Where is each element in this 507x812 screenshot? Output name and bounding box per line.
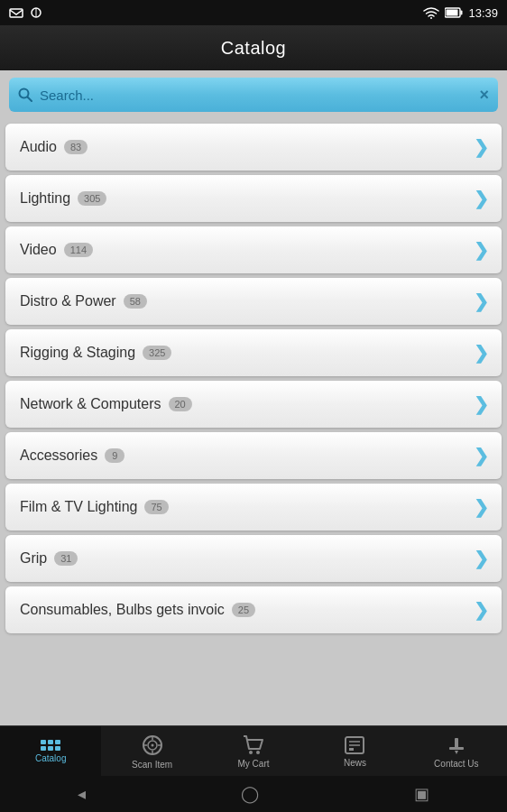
catalog-item-badge-8: 75 (144, 500, 168, 514)
search-container: Search... × (0, 70, 507, 119)
search-left: Search... (18, 88, 94, 103)
status-icons-right: 13:39 (423, 6, 498, 20)
svg-point-11 (151, 743, 153, 746)
svg-rect-0 (10, 9, 23, 17)
chevron-right-icon-8: ❯ (474, 496, 489, 518)
search-bar[interactable]: Search... × (9, 78, 498, 112)
catalog-item-left-6: Network & Computers 20 (20, 396, 192, 412)
nav-label-cart: My Cart (238, 759, 270, 769)
catalog-nav-icon (41, 740, 60, 751)
catalog-item-9[interactable]: Grip 31 ❯ (5, 535, 502, 582)
catalog-item-left-3: Video 114 (20, 242, 93, 258)
svg-rect-21 (349, 748, 354, 751)
catalog-item-6[interactable]: Network & Computers 20 ❯ (5, 381, 502, 428)
chevron-right-icon-7: ❯ (474, 445, 489, 466)
catalog-item-left-7: Accessories 9 (20, 448, 124, 464)
chevron-right-icon-6: ❯ (474, 393, 489, 415)
catalog-item-name-2: Lighting (20, 190, 70, 207)
catalog-item-name-5: Rigging & Staging (20, 345, 135, 361)
catalog-item-left-1: Audio 83 (20, 139, 88, 155)
app-header: Catalog (0, 25, 507, 70)
search-icon (18, 88, 32, 102)
svg-point-3 (430, 17, 432, 19)
catalog-item-badge-9: 31 (54, 551, 78, 566)
svg-point-17 (256, 751, 260, 754)
catalog-item-badge-1: 83 (64, 140, 88, 154)
app-icon (29, 7, 43, 18)
catalog-item-7[interactable]: Accessories 9 ❯ (5, 432, 502, 479)
catalog-item-name-9: Grip (20, 550, 47, 567)
catalog-item-left-8: Film & TV Lighting 75 (20, 499, 169, 515)
nav-item-cart[interactable]: My Cart (203, 725, 304, 776)
catalog-item-left-10: Consumables, Bulbs gets invoic 25 (20, 602, 255, 618)
svg-rect-6 (447, 10, 458, 16)
catalog-item-8[interactable]: Film & TV Lighting 75 ❯ (5, 484, 502, 531)
recents-button[interactable]: ▣ (414, 784, 429, 804)
chevron-right-icon-1: ❯ (474, 136, 489, 158)
status-bar: 13:39 (0, 0, 507, 25)
catalog-item-name-10: Consumables, Bulbs gets invoic (20, 602, 225, 618)
catalog-item-name-3: Video (20, 242, 57, 258)
catalog-item-2[interactable]: Lighting 305 ❯ (5, 175, 502, 222)
chevron-right-icon-4: ❯ (474, 291, 489, 312)
notification-icon (9, 7, 23, 18)
chevron-right-icon-9: ❯ (474, 548, 489, 569)
cart-icon (242, 734, 265, 756)
catalog-item-5[interactable]: Rigging & Staging 325 ❯ (5, 329, 502, 376)
chevron-right-icon-5: ❯ (474, 342, 489, 364)
nav-item-catalog[interactable]: Catalog (0, 725, 101, 776)
nav-item-scan[interactable]: Scan Item (101, 725, 202, 776)
wifi-icon (423, 7, 439, 19)
header-title: Catalog (221, 38, 286, 59)
catalog-item-badge-5: 325 (143, 346, 171, 360)
chevron-right-icon-3: ❯ (474, 239, 489, 261)
catalog-item-4[interactable]: Distro & Power 58 ❯ (5, 278, 502, 325)
svg-line-8 (28, 97, 32, 102)
svg-marker-24 (455, 751, 458, 754)
nav-item-contact[interactable]: Contact Us (406, 725, 507, 776)
svg-rect-23 (455, 738, 458, 749)
catalog-item-left-9: Grip 31 (20, 550, 78, 567)
catalog-item-name-1: Audio (20, 139, 57, 155)
scan-icon (141, 734, 164, 757)
catalog-list: Audio 83 ❯ Lighting 305 ❯ Video 114 ❯ Di… (5, 119, 502, 633)
catalog-item-badge-10: 25 (232, 603, 255, 617)
svg-rect-5 (461, 11, 463, 15)
catalog-item-name-6: Network & Computers (20, 396, 161, 412)
catalog-item-name-4: Distro & Power (20, 293, 116, 309)
back-button[interactable]: ◂ (78, 784, 86, 804)
status-icons-left (9, 7, 43, 18)
catalog-item-1[interactable]: Audio 83 ❯ (5, 124, 502, 171)
battery-icon (445, 7, 463, 18)
catalog-item-badge-3: 114 (64, 243, 93, 257)
nav-label-contact: Contact Us (434, 759, 478, 769)
time-display: 13:39 (468, 6, 498, 20)
catalog-item-3[interactable]: Video 114 ❯ (5, 226, 502, 273)
main-content: Audio 83 ❯ Lighting 305 ❯ Video 114 ❯ Di… (0, 119, 507, 725)
catalog-item-left-2: Lighting 305 (20, 190, 106, 207)
nav-label-scan: Scan Item (132, 760, 172, 770)
home-button[interactable]: ◯ (241, 784, 259, 804)
nav-item-news[interactable]: News (304, 725, 405, 776)
catalog-item-left-5: Rigging & Staging 325 (20, 345, 171, 361)
nav-label-news: News (344, 758, 366, 768)
chevron-right-icon-10: ❯ (474, 599, 489, 621)
catalog-item-badge-6: 20 (169, 397, 192, 411)
catalog-item-name-8: Film & TV Lighting (20, 499, 137, 515)
catalog-item-badge-2: 305 (78, 191, 106, 206)
catalog-item-badge-4: 58 (124, 294, 147, 309)
nav-label-catalog: Catalog (35, 753, 66, 763)
catalog-item-10[interactable]: Consumables, Bulbs gets invoic 25 ❯ (5, 586, 502, 633)
search-placeholder: Search... (40, 88, 94, 103)
news-icon (344, 735, 365, 755)
catalog-item-name-7: Accessories (20, 448, 97, 464)
catalog-item-badge-7: 9 (105, 448, 124, 463)
bottom-navigation: Catalog Scan Item My Cart News (0, 725, 507, 776)
catalog-item-left-4: Distro & Power 58 (20, 293, 147, 309)
contact-icon (446, 734, 467, 756)
svg-point-16 (249, 751, 253, 754)
chevron-right-icon-2: ❯ (474, 188, 489, 209)
search-clear-button[interactable]: × (479, 86, 489, 105)
android-nav-bar: ◂ ◯ ▣ (0, 776, 507, 812)
